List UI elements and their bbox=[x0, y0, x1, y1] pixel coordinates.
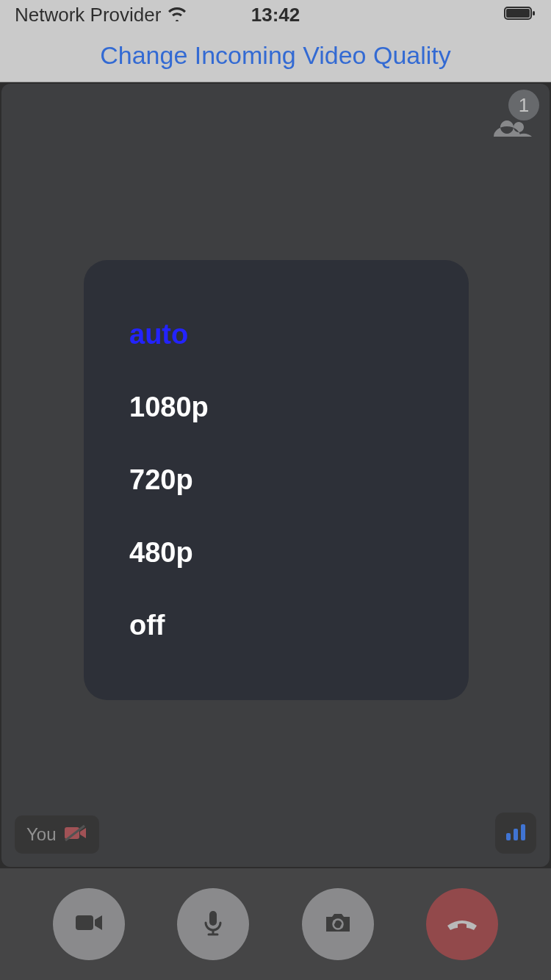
svg-rect-7 bbox=[521, 824, 525, 840]
status-right bbox=[504, 4, 536, 26]
status-left: Network Provider bbox=[15, 4, 187, 26]
self-view-label: You bbox=[26, 824, 57, 845]
header-title[interactable]: Change Incoming Video Quality bbox=[100, 41, 451, 70]
svg-rect-2 bbox=[533, 11, 535, 15]
svg-rect-5 bbox=[506, 833, 511, 840]
self-view-badge[interactable]: You bbox=[15, 815, 99, 854]
video-camera-icon bbox=[73, 908, 105, 940]
participants-count-badge: 1 bbox=[508, 90, 539, 120]
svg-rect-6 bbox=[514, 829, 518, 840]
signal-bars-icon bbox=[505, 823, 527, 843]
quality-option-1080p[interactable]: 1080p bbox=[84, 371, 469, 444]
battery-icon bbox=[504, 4, 536, 26]
video-off-icon bbox=[64, 824, 87, 845]
svg-rect-1 bbox=[506, 9, 530, 18]
quality-option-720p[interactable]: 720p bbox=[84, 444, 469, 516]
hangup-icon bbox=[444, 908, 480, 940]
svg-rect-9 bbox=[209, 911, 217, 926]
status-time: 13:42 bbox=[251, 4, 300, 26]
participants-button[interactable]: 1 bbox=[491, 106, 532, 140]
microphone-icon bbox=[197, 908, 229, 940]
connection-quality-button[interactable] bbox=[495, 813, 536, 854]
quality-option-480p[interactable]: 480p bbox=[84, 516, 469, 589]
svg-rect-8 bbox=[76, 915, 93, 930]
svg-rect-3 bbox=[65, 827, 79, 839]
toggle-mic-button[interactable] bbox=[177, 888, 249, 960]
toggle-video-button[interactable] bbox=[53, 888, 125, 960]
video-quality-menu: auto 1080p 720p 480p off bbox=[84, 260, 469, 700]
header-bar: Change Incoming Video Quality bbox=[0, 29, 551, 82]
wifi-icon bbox=[167, 4, 187, 26]
status-bar: Network Provider 13:42 bbox=[0, 0, 551, 29]
switch-camera-button[interactable] bbox=[302, 888, 374, 960]
switch-camera-icon bbox=[322, 908, 354, 940]
quality-option-auto[interactable]: auto bbox=[84, 298, 469, 371]
call-controls-bar bbox=[0, 868, 551, 980]
network-provider-label: Network Provider bbox=[15, 4, 161, 26]
quality-option-off[interactable]: off bbox=[84, 589, 469, 662]
hangup-button[interactable] bbox=[426, 888, 498, 960]
